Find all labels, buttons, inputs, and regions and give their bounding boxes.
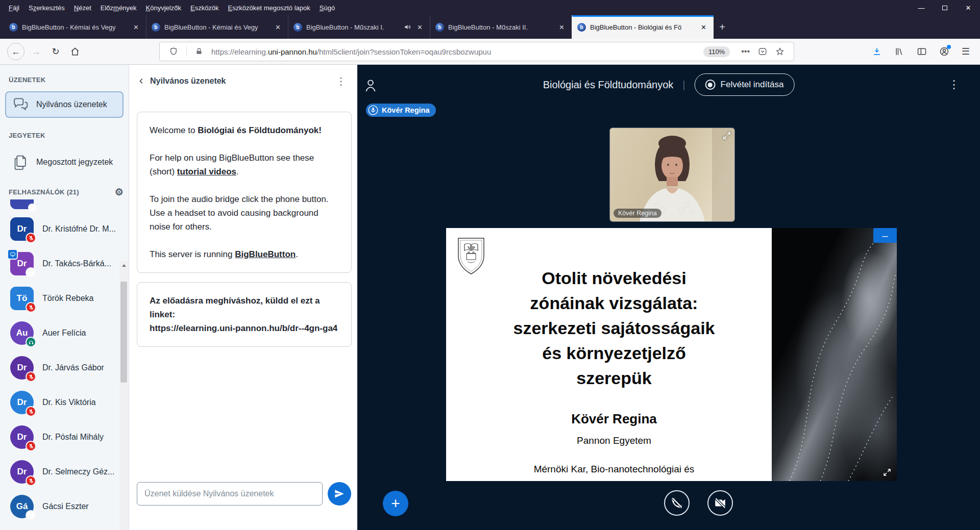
tab-audio-icon[interactable] <box>404 23 411 31</box>
user-list-item[interactable]: Gá Gácsi Eszter <box>0 489 129 524</box>
join-audio-button[interactable] <box>664 490 690 516</box>
webcam-video[interactable]: Kövér Regina <box>610 128 734 221</box>
account-icon[interactable] <box>939 46 949 57</box>
bigbluebutton-link[interactable]: BigBlueButton <box>235 249 296 259</box>
browser-tab[interactable]: b BigBlueButton - Biológiai és Fö ✕ <box>572 15 714 39</box>
window-close-icon[interactable]: ✕ <box>957 0 980 15</box>
browser-tab[interactable]: b BigBlueButton - Műszaki I. ✕ <box>288 15 430 39</box>
webcam-fullscreen-icon[interactable] <box>722 131 731 140</box>
share-webcam-button[interactable] <box>707 490 733 516</box>
sidebars-icon[interactable] <box>917 46 927 57</box>
forward-button[interactable]: → <box>29 44 44 59</box>
download-icon[interactable] <box>872 46 882 57</box>
tab-title: BigBlueButton - Műszaki I. <box>306 23 400 31</box>
url-bar[interactable]: https://elearning.uni-pannon.hu/html5cli… <box>159 42 794 61</box>
menu-access-key: K <box>146 4 151 12</box>
hamburger-menu-icon[interactable]: ☰ <box>962 46 970 57</box>
menubar-menu[interactable]: Nézet <box>69 2 96 14</box>
invite-link[interactable]: https://elearning.uni-pannon.hu/b/dr--4g… <box>150 321 339 335</box>
user-list-item[interactable]: Dr Dr. Kristófné Dr. M... <box>0 212 129 246</box>
tab-close-icon[interactable]: ✕ <box>557 22 567 32</box>
window-minimize-icon[interactable]: — <box>910 0 933 15</box>
meeting-title: Biológiai és Földtudományok <box>543 79 674 91</box>
menu-text: szközök <box>195 4 219 12</box>
otolith-sem-image <box>772 228 897 481</box>
user-list-scrollbar[interactable] <box>119 261 128 530</box>
menubar-menu[interactable]: Előzmények <box>96 2 141 14</box>
tab-close-icon[interactable]: ✕ <box>415 22 425 32</box>
home-button[interactable] <box>67 44 83 59</box>
user-list-item[interactable]: Dr Dr. Pósfai Mihály <box>0 420 129 455</box>
muted-mic-badge-icon <box>26 302 36 313</box>
zoom-level-badge[interactable]: 110% <box>703 46 730 57</box>
browser-tab[interactable]: b BigBlueButton - Kémiai és Vegy ✕ <box>146 15 288 39</box>
send-message-button[interactable] <box>328 482 351 506</box>
sidebar-item-public-chat[interactable]: Nyilvános üzenetek <box>5 91 124 118</box>
slide-title-line: Otolit növekedési <box>467 266 762 291</box>
page-actions-icon[interactable]: ••• <box>741 47 750 56</box>
start-recording-button[interactable]: Felvétel indítása <box>695 73 795 96</box>
chevron-left-icon[interactable] <box>138 78 145 85</box>
user-list-item[interactable]: Dr Dr. Selmeczy Géz... <box>0 455 129 489</box>
menubar-menu[interactable]: Szerkesztés <box>24 2 69 14</box>
user-list-item[interactable]: Dr Dr. Kis Viktória <box>0 385 129 420</box>
url-path: /html5client/join?sessionToken=oqau9rcsb… <box>317 47 491 56</box>
slide-title-line: zónáinak vizsgálata: <box>467 291 762 316</box>
talker-mic-icon <box>368 105 378 115</box>
actions-plus-button[interactable]: + <box>383 491 408 516</box>
scrollbar-thumb[interactable] <box>120 282 127 383</box>
minimize-presentation-button[interactable]: – <box>873 228 897 243</box>
tab-close-icon[interactable]: ✕ <box>131 22 141 32</box>
user-list-item[interactable]: Tö Török Rebeka <box>0 281 129 316</box>
slide-department: Mérnöki Kar, Bio-nanotechnológiai és <box>467 464 762 475</box>
user-name: Dr. Járvás Gábor <box>42 363 104 372</box>
chat-options-kebab-icon[interactable]: ⋮ <box>333 75 349 87</box>
user-avatar: Dr <box>10 460 34 484</box>
webcam-picture <box>610 128 734 221</box>
bigbluebutton-favicon-icon: b <box>435 23 444 32</box>
scrollbar-up-arrow[interactable] <box>119 261 128 270</box>
sidebar-item-shared-notes[interactable]: Megosztott jegyzetek <box>0 149 129 175</box>
pocket-icon[interactable] <box>758 47 767 56</box>
avatar-initials: Dr <box>17 397 27 408</box>
bookmark-star-icon[interactable] <box>775 47 785 56</box>
user-list-item[interactable]: Au Auer Felícia <box>0 316 129 350</box>
menubar-menu[interactable]: Eszközök <box>186 2 224 14</box>
tab-close-icon[interactable]: ✕ <box>273 22 283 32</box>
menubar-menu[interactable]: Eszközöket megosztó lapok <box>224 2 315 14</box>
menu-text: ájl <box>13 4 19 12</box>
menubar-menu[interactable]: Könyvjelzők <box>141 2 186 14</box>
blank-badge <box>26 510 36 521</box>
toggle-userlist-person-icon[interactable] <box>363 78 378 93</box>
options-kebab-icon[interactable]: ⋮ <box>945 78 963 91</box>
tracking-shield-icon[interactable] <box>169 47 178 56</box>
menu-access-key: F <box>9 4 13 12</box>
chat-panel-title[interactable]: Nyilvános üzenetek <box>150 77 226 86</box>
browser-tab[interactable]: b BigBlueButton - Kémiai és Vegy ✕ <box>4 15 146 39</box>
menu-access-key: E <box>190 4 195 12</box>
tutorial-videos-link[interactable]: tutorial videos <box>177 167 236 176</box>
reload-button[interactable]: ↻ <box>48 44 63 59</box>
messages-section-label: ÜZENETEK <box>9 76 129 84</box>
users-settings-gear-icon[interactable]: ⚙ <box>115 187 124 197</box>
menu-access-key: E <box>228 4 233 12</box>
user-list-item[interactable]: Dr Dr. Járvás Gábor <box>0 350 129 385</box>
new-tab-button[interactable]: + <box>714 15 731 39</box>
menubar-menu[interactable]: Súgó <box>315 2 339 14</box>
back-button[interactable]: ← <box>7 43 24 60</box>
menubar-menu[interactable]: Fájl <box>4 2 24 14</box>
record-label: Felvétel indítása <box>721 80 784 90</box>
window-maximize-icon[interactable] <box>933 0 957 15</box>
svg-text:V: V <box>468 245 471 250</box>
shared-notes-label: Megosztott jegyzetek <box>36 158 113 167</box>
slide-title-line: és környezetjelző <box>467 341 762 366</box>
presentation-fullscreen-icon[interactable] <box>883 468 892 477</box>
library-icon[interactable] <box>894 46 904 57</box>
chat-message-input[interactable] <box>137 482 323 506</box>
user-list-item[interactable]: Dr Dr. Takács-Bárká... <box>0 246 129 281</box>
welcome-line-2: For help on using BigBlueButton see thes… <box>150 151 339 179</box>
browser-tab[interactable]: b BigBlueButton - Műszaki II. ✕ <box>430 15 572 39</box>
welcome-line-3: To join the audio bridge click the phone… <box>150 192 339 234</box>
tab-close-icon[interactable]: ✕ <box>699 22 708 32</box>
lock-icon[interactable] <box>195 47 203 56</box>
